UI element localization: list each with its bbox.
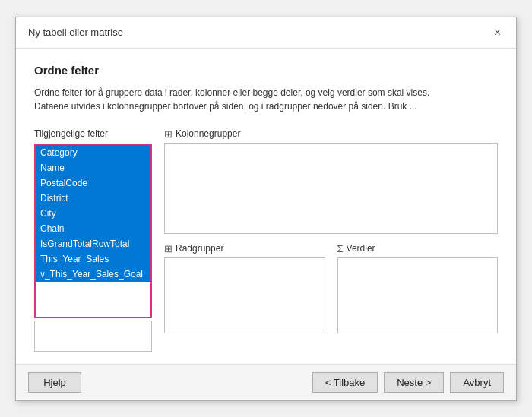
footer-right: < Tilbake Neste > Avbryt — [312, 372, 504, 393]
radgrupper-label-text: Radgrupper — [176, 243, 223, 254]
verdier-label: Σ Verdier — [337, 243, 499, 254]
description: Ordne felter for å gruppere data i rader… — [34, 86, 498, 113]
field-item-thisyearsales[interactable]: This_Year_Sales — [36, 251, 150, 267]
field-item-category[interactable]: Category — [36, 145, 150, 160]
verdier-dropbox[interactable] — [337, 257, 499, 333]
cancel-button[interactable]: Avbryt — [450, 372, 504, 393]
available-fields-section: Tilgjengelige felter Category Name Posta… — [34, 128, 152, 352]
verdier-label-text: Verdier — [347, 243, 375, 254]
field-item-vthisyearsalesgoal[interactable]: v_This_Year_Sales_Goal — [36, 267, 150, 282]
dialog-body: Ordne felter Ordne felter for å gruppere… — [16, 49, 516, 364]
field-item-isgrand[interactable]: IsGrandTotalRowTotal — [36, 236, 150, 251]
title-bar: Ny tabell eller matrise × — [16, 17, 516, 49]
field-item-city[interactable]: City — [36, 206, 150, 221]
kolonnegrupper-section: ⊞ Kolonnegrupper — [164, 128, 498, 234]
field-item-postalcode[interactable]: PostalCode — [36, 175, 150, 191]
kolonnegrupper-dropbox[interactable] — [164, 143, 498, 234]
available-fields-empty-bottom — [34, 321, 152, 352]
radgrupper-dropbox[interactable] — [164, 257, 325, 333]
field-item-district[interactable]: District — [36, 191, 150, 206]
dialog: Ny tabell eller matrise × Ordne felter O… — [15, 17, 517, 401]
sigma-icon: Σ — [337, 243, 344, 254]
radgrupper-icon: ⊞ — [164, 243, 173, 254]
available-fields-box[interactable]: Category Name PostalCode District City C… — [34, 144, 152, 318]
next-button[interactable]: Neste > — [384, 372, 444, 393]
kolonnegrupper-icon: ⊞ — [164, 128, 173, 140]
dialog-footer: Hjelp < Tilbake Neste > Avbryt — [16, 364, 516, 400]
help-button[interactable]: Hjelp — [28, 372, 81, 393]
available-fields-label: Tilgjengelige felter — [34, 128, 152, 139]
field-item-chain[interactable]: Chain — [36, 221, 150, 236]
dialog-title: Ny tabell eller matrise — [28, 27, 123, 38]
kolonnegrupper-label: ⊞ Kolonnegrupper — [164, 128, 498, 140]
description-line2: Dataene utvides i kolonnegrupper bortove… — [34, 101, 417, 112]
back-button[interactable]: < Tilbake — [312, 372, 378, 393]
fields-layout: Tilgjengelige felter Category Name Posta… — [34, 128, 498, 352]
radgrupper-section: ⊞ Radgrupper — [164, 243, 325, 333]
verdier-section: Σ Verdier — [337, 243, 499, 333]
description-line1: Ordne felter for å gruppere data i rader… — [34, 87, 429, 98]
kolonnegrupper-label-text: Kolonnegrupper — [176, 128, 240, 139]
footer-left: Hjelp — [28, 372, 81, 393]
top-panels: ⊞ Kolonnegrupper — [164, 128, 498, 234]
bottom-panels: ⊞ Radgrupper Σ Verdier — [164, 243, 498, 333]
close-button[interactable]: × — [491, 25, 504, 40]
field-item-name[interactable]: Name — [36, 160, 150, 175]
radgrupper-label: ⊞ Radgrupper — [164, 243, 325, 254]
right-panels: ⊞ Kolonnegrupper ⊞ Radgrupper — [164, 128, 498, 333]
section-heading: Ordne felter — [34, 64, 498, 77]
